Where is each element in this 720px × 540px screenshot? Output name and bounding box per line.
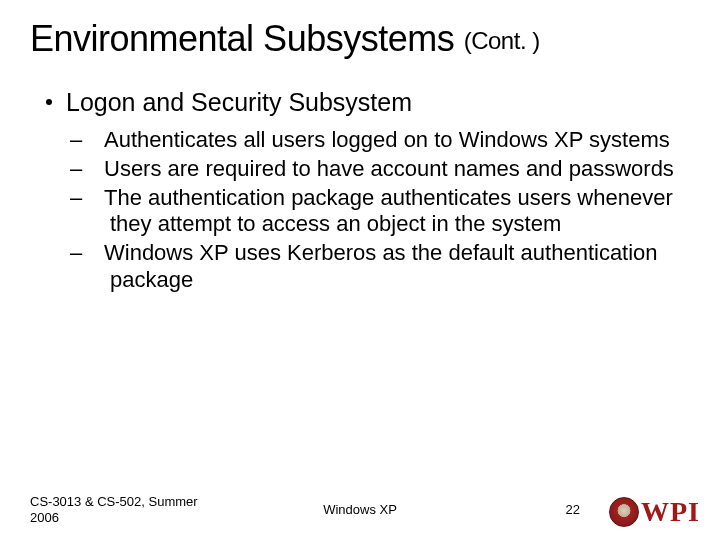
sub-bullet-list: –Authenticates all users logged on to Wi… [90, 127, 690, 294]
sub-text: Users are required to have account names… [104, 156, 674, 181]
sub-bullet: –Users are required to have account name… [90, 156, 690, 183]
footer: CS-3013 & CS-502, Summer 2006 Windows XP… [0, 494, 720, 527]
dash-icon: – [90, 127, 104, 154]
bullet-level1: Logon and Security Subsystem [46, 88, 690, 117]
sub-bullet: –Authenticates all users logged on to Wi… [90, 127, 690, 154]
sub-text: The authentication package authenticates… [104, 185, 673, 237]
page-number: 22 [566, 502, 580, 517]
title-main: Environmental Subsystems [30, 18, 464, 59]
sub-text: Windows XP uses Kerberos as the default … [104, 240, 658, 292]
wpi-seal-icon [609, 497, 639, 527]
slide: Environmental Subsystems (Cont. ) Logon … [0, 0, 720, 540]
dash-icon: – [90, 185, 104, 212]
sub-bullet: –Windows XP uses Kerberos as the default… [90, 240, 690, 294]
sub-bullet: –The authentication package authenticate… [90, 185, 690, 239]
dash-icon: – [90, 156, 104, 183]
dash-icon: – [90, 240, 104, 267]
bullet-text: Logon and Security Subsystem [66, 88, 412, 116]
sub-text: Authenticates all users logged on to Win… [104, 127, 670, 152]
footer-topic: Windows XP [323, 502, 397, 517]
footer-course: CS-3013 & CS-502, Summer 2006 [30, 494, 230, 527]
title-cont: (Cont. ) [464, 27, 540, 54]
slide-title: Environmental Subsystems (Cont. ) [30, 18, 690, 60]
wpi-logo: WPI [609, 496, 700, 528]
bullet-dot-icon [46, 99, 52, 105]
wpi-wordmark: WPI [641, 496, 700, 528]
